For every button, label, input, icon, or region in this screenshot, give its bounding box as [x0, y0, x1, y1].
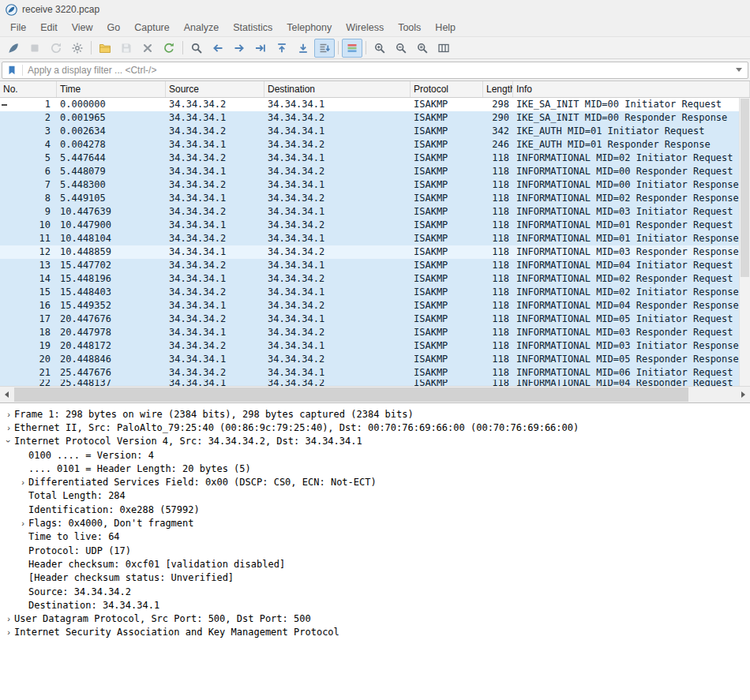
detail-line[interactable]: Header checksum: 0xcf01 [validation disa…: [0, 557, 750, 571]
packet-row[interactable]: 1315.44770234.34.34.234.34.34.1ISAKMP118…: [0, 259, 750, 272]
column-header-length[interactable]: Length: [483, 81, 513, 97]
packet-row[interactable]: 40.00427834.34.34.134.34.34.2ISAKMP246IK…: [0, 138, 750, 152]
cell-info: INFORMATIONAL MID=00 Initiator Response: [513, 178, 750, 192]
packet-row[interactable]: 1110.44810434.34.34.234.34.34.1ISAKMP118…: [0, 232, 750, 245]
chevron-down-icon[interactable]: [736, 68, 742, 72]
cell-len: 118: [483, 353, 513, 366]
find-packet-button[interactable]: [186, 39, 207, 58]
vertical-scrollbar[interactable]: [739, 98, 750, 386]
bookmark-icon[interactable]: [6, 65, 17, 76]
detail-line[interactable]: ›Frame 1: 298 bytes on wire (2384 bits),…: [0, 407, 750, 421]
packet-row[interactable]: 2225.44813734.34.34.134.34.34.2ISAKMP118…: [0, 380, 750, 386]
menu-view[interactable]: View: [65, 21, 100, 35]
scroll-left-button[interactable]: [0, 387, 13, 402]
packet-row[interactable]: 85.44910534.34.34.134.34.34.2ISAKMP118IN…: [0, 192, 750, 205]
menu-statistics[interactable]: Statistics: [226, 21, 279, 35]
detail-line[interactable]: ›Differentiated Services Field: 0x00 (DS…: [0, 475, 750, 489]
title-bar: receive 3220.pcap: [0, 0, 750, 19]
packet-row[interactable]: 30.00263434.34.34.234.34.34.1ISAKMP342IK…: [0, 125, 750, 138]
packet-row[interactable]: 1920.44817234.34.34.234.34.34.1ISAKMP118…: [0, 339, 750, 353]
open-capture-file-button[interactable]: [95, 39, 115, 58]
menu-capture[interactable]: Capture: [127, 21, 176, 35]
horizontal-scrollbar[interactable]: [0, 386, 750, 402]
packet-row[interactable]: 1010.44790034.34.34.134.34.34.2ISAKMP118…: [0, 219, 750, 232]
packet-row[interactable]: 20.00196534.34.34.134.34.34.2ISAKMP290IK…: [0, 111, 750, 125]
expand-arrow-icon[interactable]: ›: [3, 614, 14, 623]
menu-tools[interactable]: Tools: [391, 21, 428, 35]
expand-arrow-icon[interactable]: ›: [3, 410, 14, 419]
close-capture-file-button[interactable]: [137, 39, 158, 58]
packet-row[interactable]: 1210.44885934.34.34.134.34.34.2ISAKMP118…: [0, 245, 750, 259]
detail-line[interactable]: ›Flags: 0x4000, Don't fragment: [0, 516, 750, 530]
menu-help[interactable]: Help: [428, 21, 463, 35]
vertical-scrollbar-thumb[interactable]: [741, 99, 749, 277]
detail-line[interactable]: ›Ethernet II, Src: PaloAlto_79:25:40 (00…: [0, 421, 750, 434]
menu-file[interactable]: File: [3, 21, 33, 35]
expand-arrow-icon[interactable]: ›: [3, 423, 14, 432]
menu-edit[interactable]: Edit: [33, 21, 65, 35]
zoom-in-button[interactable]: [369, 39, 390, 58]
packet-row[interactable]: 65.44807934.34.34.134.34.34.2ISAKMP118IN…: [0, 165, 750, 178]
menu-go[interactable]: Go: [100, 21, 128, 35]
expand-arrow-icon[interactable]: ›: [17, 518, 28, 528]
scroll-right-button[interactable]: [737, 387, 750, 402]
detail-line[interactable]: ›User Datagram Protocol, Src Port: 500, …: [0, 612, 750, 625]
column-header-protocol[interactable]: Protocol: [411, 81, 483, 97]
packet-row[interactable]: 2020.44884634.34.34.134.34.34.2ISAKMP118…: [0, 353, 750, 366]
detail-line[interactable]: 0100 .... = Version: 4: [0, 448, 750, 462]
packet-row[interactable]: 75.44830034.34.34.234.34.34.1ISAKMP118IN…: [0, 178, 750, 192]
save-capture-file-button[interactable]: [116, 39, 137, 58]
go-to-packet-button[interactable]: [250, 39, 271, 58]
menu-wireless[interactable]: Wireless: [339, 21, 391, 35]
go-forward-button[interactable]: [229, 39, 249, 58]
zoom-normal-size-button[interactable]: [412, 39, 433, 58]
go-last-packet-button[interactable]: [293, 39, 313, 58]
column-header-time[interactable]: Time: [57, 81, 166, 97]
detail-line[interactable]: Source: 34.34.34.2: [0, 585, 750, 598]
packet-row[interactable]: 1415.44819634.34.34.134.34.34.2ISAKMP118…: [0, 272, 750, 286]
detail-line[interactable]: Time to live: 64: [0, 530, 750, 544]
menu-analyze[interactable]: Analyze: [177, 21, 226, 35]
detail-line[interactable]: [Header checksum status: Unverified]: [0, 571, 750, 585]
auto-scroll-button[interactable]: [314, 39, 335, 58]
packet-row[interactable]: 910.44763934.34.34.234.34.34.1ISAKMP118I…: [0, 205, 750, 219]
packet-row[interactable]: 1820.44797834.34.34.134.34.34.2ISAKMP118…: [0, 326, 750, 339]
column-header-no[interactable]: No.: [0, 81, 57, 97]
packet-row[interactable]: 1720.44767634.34.34.234.34.34.1ISAKMP118…: [0, 313, 750, 326]
collapse-arrow-icon[interactable]: ›: [4, 436, 13, 447]
go-back-button[interactable]: [208, 39, 228, 58]
packet-row[interactable]: 2125.44767634.34.34.234.34.34.1ISAKMP118…: [0, 366, 750, 380]
detail-line[interactable]: Protocol: UDP (17): [0, 544, 750, 557]
colorize-packet-list-button[interactable]: [342, 39, 362, 58]
resize-columns-button[interactable]: [433, 39, 454, 58]
expand-arrow-icon[interactable]: ›: [3, 627, 14, 637]
column-header-source[interactable]: Source: [166, 81, 264, 97]
detail-line[interactable]: Identification: 0xe288 (57992): [0, 503, 750, 516]
capture-start-button[interactable]: [3, 39, 24, 58]
detail-line[interactable]: Total Length: 284: [0, 489, 750, 503]
capture-restart-button[interactable]: [46, 39, 66, 58]
cell-info: INFORMATIONAL MID=04 Responder Response: [513, 299, 750, 313]
expand-arrow-icon[interactable]: ›: [17, 477, 28, 487]
cell-proto: ISAKMP: [411, 380, 483, 386]
detail-line[interactable]: ›Internet Security Association and Key M…: [0, 626, 750, 639]
horizontal-scrollbar-thumb[interactable]: [14, 387, 688, 402]
capture-options-button[interactable]: [67, 39, 88, 58]
display-filter-input[interactable]: Apply a display filter ... <Ctrl-/>: [2, 62, 748, 79]
detail-line[interactable]: Destination: 34.34.34.1: [0, 598, 750, 612]
go-first-packet-button[interactable]: [272, 39, 292, 58]
cell-proto: ISAKMP: [411, 111, 483, 125]
menu-telephony[interactable]: Telephony: [279, 21, 339, 35]
detail-line[interactable]: .... 0101 = Header Length: 20 bytes (5): [0, 462, 750, 475]
zoom-out-button[interactable]: [391, 39, 411, 58]
packet-row[interactable]: 10.00000034.34.34.234.34.34.1ISAKMP298IK…: [0, 98, 750, 111]
packet-row[interactable]: 55.44764434.34.34.234.34.34.1ISAKMP118IN…: [0, 152, 750, 165]
detail-line[interactable]: ›Internet Protocol Version 4, Src: 34.34…: [0, 435, 750, 448]
packet-row[interactable]: 1515.44840334.34.34.234.34.34.1ISAKMP118…: [0, 286, 750, 299]
capture-stop-button[interactable]: [24, 39, 45, 58]
packet-row[interactable]: 1615.44935234.34.34.134.34.34.2ISAKMP118…: [0, 299, 750, 313]
column-header-info[interactable]: Info: [513, 81, 750, 97]
column-header-destination[interactable]: Destination: [264, 81, 411, 97]
cell-proto: ISAKMP: [411, 299, 483, 313]
reload-capture-file-button[interactable]: [159, 39, 179, 58]
